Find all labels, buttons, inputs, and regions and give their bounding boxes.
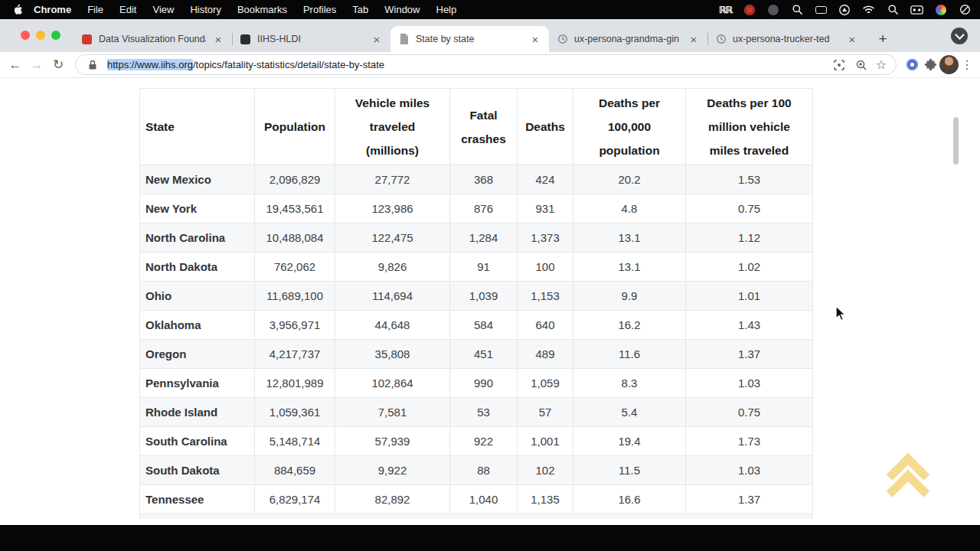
zoom-window-button[interactable]: [51, 31, 60, 40]
vehicle-miles-cell: 82,892: [335, 485, 450, 514]
new-tab-button[interactable]: +: [872, 28, 893, 50]
tab-iihs-hldi[interactable]: IIHS-HLDI ×: [232, 26, 390, 52]
deaths-per-100k-cell: 20.2: [573, 165, 686, 194]
menu-item[interactable]: Chrome: [34, 4, 71, 15]
window-controls: [21, 31, 60, 40]
state-name-cell: Ohio: [140, 282, 255, 311]
population-cell: 19,453,561: [255, 194, 335, 223]
tab-close-icon[interactable]: ×: [846, 33, 858, 46]
vehicle-miles-cell: 114,694: [335, 282, 450, 311]
deaths-per-100m-vmt-cell: 1.01: [686, 282, 813, 311]
menu-item-list: ChromeFileEditViewHistoryBookmarksProfil…: [34, 4, 456, 15]
deaths-per-100k-cell: 13.1: [573, 253, 686, 282]
tab-label: ux-persona-trucker-ted: [733, 34, 840, 44]
deaths-cell: 1,001: [518, 427, 573, 456]
fatal-crashes-cell: 1,040: [450, 485, 518, 514]
menu-item[interactable]: Tab: [352, 4, 368, 15]
red-app-status-icon[interactable]: [744, 5, 755, 15]
deaths-per-100m-vmt-cell: 0.75: [686, 194, 813, 223]
table-row: Rhode Island 1,059,361 7,581 53 57 5.4 0…: [140, 398, 813, 427]
magnifier-status-icon[interactable]: [791, 4, 803, 16]
tab-ux-persona-trucker-ted[interactable]: ux-persona-trucker-ted ×: [707, 26, 866, 52]
menu-item[interactable]: Window: [384, 4, 420, 15]
table-row: Ohio 11,689,100 114,694 1,039 1,153 9.9 …: [140, 282, 813, 311]
menu-item[interactable]: Bookmarks: [237, 4, 287, 15]
tab-close-icon[interactable]: ×: [688, 33, 700, 46]
deaths-per-100k-cell: 9.9: [573, 282, 686, 311]
table-row: Tennessee 6,829,174 82,892 1,040 1,135 1…: [140, 485, 813, 514]
vehicle-miles-cell: 44,648: [335, 311, 450, 340]
fatality-statistics-table: State Population Vehicle miles traveled …: [139, 88, 813, 514]
state-name-cell: Rhode Island: [140, 398, 255, 427]
deaths-per-100k-cell: 11.5: [573, 456, 686, 485]
screen-mirroring-status-icon[interactable]: [838, 4, 851, 16]
menu-item[interactable]: Help: [436, 4, 457, 15]
profile-avatar[interactable]: [939, 55, 959, 74]
deaths-per-100k-cell: 16.2: [573, 311, 686, 340]
column-header-fatal-crashes: Fatal crashes: [450, 89, 518, 165]
pinwheel-extension-icon[interactable]: [903, 56, 921, 74]
scroll-to-top-button[interactable]: [886, 455, 932, 507]
state-name-cell: North Dakota: [140, 253, 255, 282]
minimize-window-button[interactable]: [36, 31, 45, 40]
fatal-crashes-cell: 990: [450, 369, 518, 398]
deaths-per-100k-cell: 19.4: [573, 427, 686, 456]
deaths-cell: 1,373: [518, 223, 573, 253]
deaths-per-100k-cell: 4.8: [573, 194, 686, 223]
deaths-cell: 489: [518, 340, 573, 369]
spotlight-search-icon[interactable]: [887, 4, 899, 16]
tab-close-icon[interactable]: ×: [212, 33, 224, 46]
table-row: New York 19,453,561 123,986 876 931 4.8 …: [140, 194, 813, 223]
macos-menu-bar: ChromeFileEditViewHistoryBookmarksProfil…: [0, 0, 980, 19]
tab-ux-persona-grandma-gin[interactable]: ux-persona-grandma-gin ×: [549, 26, 707, 52]
population-cell: 3,956,971: [255, 311, 335, 340]
deaths-cell: 1,135: [518, 485, 573, 514]
tab-data-visualization-foundation[interactable]: Data Visualization Founda ×: [74, 26, 232, 52]
do-not-disturb-icon[interactable]: [959, 4, 971, 16]
fatal-crashes-cell: 876: [450, 194, 518, 223]
fatal-crashes-cell: 922: [450, 427, 518, 456]
state-name-cell: Tennessee: [140, 485, 255, 514]
double-r-status-icon[interactable]: ℝℝ: [719, 4, 732, 16]
deaths-per-100k-cell: 5.4: [573, 398, 686, 427]
lens-frame-icon[interactable]: [831, 57, 847, 73]
wifi-status-icon[interactable]: [862, 4, 875, 16]
vehicle-miles-cell: 123,986: [335, 194, 450, 223]
tab-state-by-state[interactable]: State by state ×: [390, 26, 549, 52]
reload-button[interactable]: ↻: [47, 54, 69, 76]
menu-item[interactable]: Edit: [119, 4, 136, 15]
fatal-crashes-cell: 368: [450, 165, 518, 194]
table-row: New Mexico 2,096,829 27,772 368 424 20.2…: [140, 165, 813, 194]
table-row: South Carolina 5,148,714 57,939 922 1,00…: [140, 427, 813, 456]
close-window-button[interactable]: [21, 31, 30, 40]
colorful-app-status-icon[interactable]: [936, 5, 946, 15]
tab-search-button[interactable]: [951, 28, 968, 44]
display-status-icon[interactable]: [815, 6, 827, 14]
extensions-puzzle-icon[interactable]: [921, 56, 939, 74]
menu-item[interactable]: View: [152, 4, 174, 15]
bookmark-star-icon[interactable]: ☆: [876, 57, 887, 72]
menu-item[interactable]: Profiles: [303, 4, 336, 15]
deaths-cell: 931: [518, 194, 573, 223]
back-button[interactable]: ←: [5, 54, 26, 76]
page-scrollbar-thumb[interactable]: [953, 117, 959, 165]
column-header-deaths-per-100k: Deaths per 100,000 population: [573, 89, 686, 165]
tab-close-icon[interactable]: ×: [529, 33, 541, 46]
menu-item[interactable]: File: [87, 4, 103, 15]
deaths-per-100m-vmt-cell: 1.03: [686, 456, 813, 485]
gray-app-status-icon[interactable]: [768, 5, 779, 15]
control-center-icon[interactable]: [910, 4, 923, 16]
fatal-crashes-cell: 1,039: [450, 282, 518, 311]
tab-close-icon[interactable]: ×: [371, 33, 383, 46]
table-row: North Dakota 762,062 9,826 91 100 13.1 1…: [140, 253, 813, 282]
zoom-icon[interactable]: [854, 57, 869, 73]
padlock-icon[interactable]: [85, 57, 100, 73]
address-bar[interactable]: https://www.iihs.org/topics/fatality-sta…: [75, 54, 897, 75]
apple-menu-icon[interactable]: [9, 4, 26, 15]
browser-menu-icon[interactable]: ⋮: [959, 57, 975, 72]
clock-favicon: [557, 34, 568, 45]
forward-button[interactable]: →: [26, 54, 47, 76]
fatal-crashes-cell: 1,284: [450, 223, 518, 253]
deaths-per-100k-cell: 11.6: [573, 340, 686, 369]
menu-item[interactable]: History: [190, 4, 220, 15]
